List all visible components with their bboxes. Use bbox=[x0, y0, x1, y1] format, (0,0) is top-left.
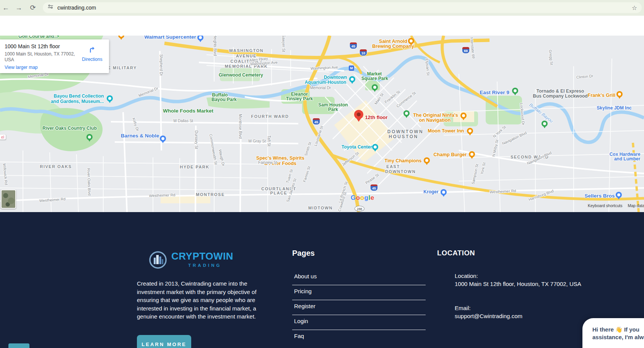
map-pin-orange[interactable] bbox=[408, 38, 414, 44]
brand-name: CRYPTOWIN bbox=[171, 250, 233, 262]
satellite-toggle-thumbnail[interactable] bbox=[1, 190, 16, 209]
map-pin-transit[interactable]: M bbox=[349, 65, 354, 71]
map-pin-teal[interactable] bbox=[349, 76, 355, 82]
map-label: Jefferson St bbox=[341, 151, 360, 167]
map-label: Downtown bbox=[324, 75, 347, 80]
cryptowin-logo-icon bbox=[148, 250, 168, 271]
google-logo[interactable]: Google bbox=[351, 194, 374, 202]
chat-message-line2: assistance, I'm alw bbox=[592, 333, 644, 341]
map-label: Shepherd Dr bbox=[159, 54, 163, 76]
map-pin-green[interactable] bbox=[403, 110, 410, 116]
map-label: Westheimer Rd bbox=[149, 193, 175, 198]
map-label: Sellers Bros bbox=[585, 193, 615, 199]
map-label: Park bbox=[328, 107, 338, 112]
email-address[interactable]: support@Cwintrading.com bbox=[455, 313, 522, 319]
map-label: Bayou Bend Collection bbox=[54, 93, 104, 99]
browser-toolbar: ← → ⟳ cwintrading.com ☆ bbox=[0, 0, 644, 16]
map-label: Gregg St bbox=[548, 50, 554, 65]
location-heading: LOCATION bbox=[437, 249, 475, 257]
map-pin-green[interactable] bbox=[512, 88, 518, 94]
map-label: Brewing Company bbox=[372, 44, 414, 49]
map-pin-orange[interactable] bbox=[118, 36, 124, 38]
back-icon[interactable]: ← bbox=[1, 3, 11, 13]
footer-partial-button[interactable] bbox=[8, 343, 29, 348]
footer-logo[interactable]: CRYPTOWIN TRADING bbox=[148, 250, 233, 271]
site-settings-icon[interactable] bbox=[47, 4, 54, 11]
forward-icon[interactable]: → bbox=[14, 3, 24, 13]
chat-widget[interactable]: Hi there 👋 If you assistance, I'm alw bbox=[582, 318, 644, 348]
map-pin-orange[interactable] bbox=[616, 91, 623, 97]
footer-page-link[interactable]: Login bbox=[292, 315, 426, 330]
footer-page-link[interactable]: Faq bbox=[292, 330, 426, 345]
chat-greeting-cont: If you bbox=[624, 326, 639, 333]
map-attribution: Keyboard shortcutsMap data ©2023 bbox=[588, 203, 644, 208]
footer: CRYPTOWIN TRADING Created in 2013, Cwint… bbox=[0, 212, 644, 348]
map-label: Lockwood Dr bbox=[519, 103, 525, 125]
map-label: East River 9 bbox=[480, 90, 509, 95]
map-label: Navigation Blvd bbox=[501, 131, 527, 145]
map-label: Golf Course and... bbox=[18, 36, 58, 39]
map-label: Fannin St bbox=[302, 166, 311, 183]
map-pin-teal[interactable] bbox=[107, 95, 113, 101]
map-label: Square Park bbox=[361, 76, 388, 81]
interstate-shield: 45 bbox=[370, 184, 378, 191]
map-label: Frank's Grill bbox=[588, 93, 615, 98]
map-label: Tornado & El Expreso bbox=[537, 88, 584, 94]
map-label: Clinton Dr bbox=[576, 74, 593, 80]
route-shield: 288 bbox=[355, 206, 364, 212]
map-pin-blue[interactable] bbox=[441, 189, 447, 195]
footer-about-text: Created in 2013, Cwintrading came into t… bbox=[137, 279, 263, 321]
map-label: Montrose Blvd bbox=[238, 114, 242, 139]
map-label: Bayou Park bbox=[211, 97, 237, 102]
map-label: Dunlavy St bbox=[194, 131, 198, 149]
map-label: N York St bbox=[492, 125, 507, 139]
map-label: DOWNTOWN bbox=[385, 169, 416, 174]
map-label: Bus Company Lockwood bbox=[533, 93, 587, 99]
map-pin-blue[interactable] bbox=[616, 192, 622, 198]
map-label: 12th floor bbox=[365, 114, 387, 120]
map-label: Willowick Rd bbox=[2, 163, 8, 185]
map-pin-green[interactable] bbox=[542, 121, 548, 127]
view-larger-map-link[interactable]: View larger map bbox=[5, 65, 37, 70]
map-label: Kirby Dr bbox=[132, 117, 140, 132]
map-pin-blue[interactable] bbox=[197, 36, 203, 41]
map-label: Memorial Dr bbox=[310, 86, 331, 90]
map-pin-red[interactable] bbox=[354, 110, 363, 119]
keyboard-shortcuts-link[interactable]: Keyboard shortcuts bbox=[588, 203, 622, 208]
map-pin-teal[interactable] bbox=[372, 144, 378, 150]
map-label: Sampson St bbox=[471, 163, 479, 185]
footer-page-link[interactable]: About us bbox=[292, 270, 426, 285]
map-label: Glenwood Cemetery bbox=[219, 72, 263, 78]
interstate-shield: 10 bbox=[359, 49, 368, 56]
map-label: Main St bbox=[374, 92, 384, 105]
map-label: River Oaks Country Club bbox=[42, 126, 97, 131]
map-pin-green[interactable] bbox=[86, 134, 93, 140]
email-label: Email: bbox=[455, 305, 471, 311]
map-pin-orange[interactable] bbox=[460, 113, 467, 119]
map-label: Barnes & Noble bbox=[121, 133, 159, 139]
bookmark-star-icon[interactable]: ☆ bbox=[632, 4, 637, 11]
directions-link[interactable]: Directions bbox=[78, 46, 107, 62]
map-label: MONTROSE bbox=[196, 192, 225, 197]
map-label: Aquarium-Houston bbox=[305, 80, 346, 85]
footer-page-link[interactable]: Register bbox=[292, 300, 426, 315]
brand-tagline: TRADING bbox=[188, 263, 233, 268]
footer-page-link[interactable]: Pricing bbox=[292, 285, 426, 300]
learn-more-button[interactable]: LEARN MORE bbox=[137, 335, 191, 348]
address-bar[interactable]: cwintrading.com ☆ bbox=[43, 2, 642, 13]
map-pin-orange[interactable] bbox=[467, 128, 473, 134]
google-map-embed[interactable]: Golf Course and...Glenwood CemeteryElean… bbox=[0, 36, 644, 212]
directions-icon bbox=[88, 49, 96, 55]
map-label: Elysian St bbox=[425, 58, 431, 75]
map-label: Buffalo Bayou bbox=[528, 102, 554, 124]
map-pin-blue[interactable] bbox=[160, 136, 166, 142]
map-pin-green[interactable] bbox=[372, 84, 378, 90]
map-pin-orange[interactable] bbox=[469, 151, 475, 157]
reload-icon[interactable]: ⟳ bbox=[28, 3, 38, 13]
map-pin-orange[interactable] bbox=[424, 157, 430, 163]
map-label: Smith St bbox=[304, 141, 312, 156]
map-label: Heights Blvd bbox=[213, 36, 217, 56]
map-label: Washington Ave bbox=[311, 65, 338, 71]
map-label: Moon Tower Inn bbox=[428, 128, 464, 134]
pages-heading: Pages bbox=[292, 249, 315, 258]
